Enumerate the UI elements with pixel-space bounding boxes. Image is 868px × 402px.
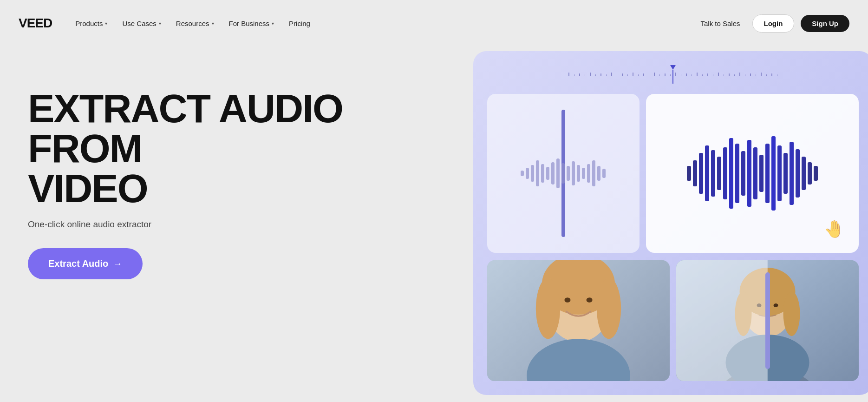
svg-point-5 — [536, 278, 560, 339]
hero-text: EXTRACT AUDIO FROM VIDEO One-click onlin… — [28, 60, 344, 279]
timeline-tick — [590, 72, 591, 76]
timeline-tick — [665, 73, 666, 76]
timeline-tick — [579, 73, 580, 76]
waveform-bar — [572, 161, 575, 185]
waveform-bar — [705, 145, 709, 201]
timeline-tick — [574, 74, 575, 76]
playhead-line — [672, 70, 673, 84]
timeline-tick — [585, 74, 586, 76]
timeline-tick — [729, 73, 730, 76]
svg-point-6 — [597, 278, 621, 339]
svg-point-19 — [774, 303, 778, 307]
waveform-bar — [753, 147, 757, 199]
signup-button[interactable]: Sign Up — [801, 15, 849, 32]
svg-point-9 — [587, 297, 593, 302]
waveform-bar — [699, 153, 703, 194]
playhead-marker — [670, 65, 676, 70]
nav-products[interactable]: Products ▾ — [69, 16, 114, 31]
timeline-tick — [777, 74, 778, 76]
waveform-bar — [747, 140, 751, 207]
waveform-panels: 🤚 — [487, 94, 859, 253]
waveform-right — [678, 136, 827, 211]
timeline-tick — [633, 72, 633, 76]
waveform-bar — [711, 150, 715, 197]
talk-to-sales-link[interactable]: Talk to Sales — [695, 16, 745, 31]
svg-point-16 — [783, 291, 800, 336]
svg-point-8 — [564, 297, 570, 302]
hero-subtitle: One-click online audio extractor — [28, 219, 344, 230]
nav-left: VEED Products ▾ Use Cases ▾ Resources ▾ … — [19, 16, 317, 31]
waveform-bar — [723, 147, 727, 199]
video-thumb-1 — [487, 260, 670, 381]
waveform-bar — [556, 158, 560, 188]
waveform-bar — [687, 166, 691, 181]
extract-audio-button[interactable]: Extract Audio → — [28, 248, 143, 279]
nav-right: Talk to Sales Login Sign Up — [695, 14, 849, 33]
waveform-bar — [814, 166, 818, 181]
waveform-bar — [783, 153, 788, 194]
waveform-bar — [735, 144, 739, 203]
chevron-down-icon: ▾ — [159, 21, 161, 26]
timeline-tick — [734, 74, 735, 76]
timeline-tick — [713, 74, 714, 76]
chevron-down-icon: ▾ — [272, 21, 274, 26]
waveform-bar — [546, 167, 549, 180]
timeline-tick — [654, 72, 655, 76]
timeline-tick — [611, 72, 612, 76]
person-illustration-1 — [487, 260, 670, 381]
playhead — [670, 65, 676, 84]
timeline-tick — [627, 74, 628, 76]
waveform-bar — [536, 160, 539, 186]
timeline-tick — [750, 73, 751, 76]
waveform-bar — [582, 168, 585, 179]
waveform-bar — [592, 160, 595, 186]
video-divider-bar — [765, 272, 770, 369]
navigation: VEED Products ▾ Use Cases ▾ Resources ▾ … — [0, 0, 868, 46]
waveform-bar — [741, 151, 745, 196]
nav-for-business[interactable]: For Business ▾ — [222, 16, 281, 31]
timeline-tick — [702, 74, 703, 76]
nav-pricing[interactable]: Pricing — [282, 16, 317, 31]
timeline-tick — [756, 74, 757, 76]
timeline-tick — [681, 74, 682, 76]
nav-use-cases[interactable]: Use Cases ▾ — [116, 16, 167, 31]
waveform-bar — [577, 165, 580, 182]
waveform-bar — [551, 162, 555, 185]
nav-links: Products ▾ Use Cases ▾ Resources ▾ For B… — [69, 16, 317, 31]
timeline-tick — [568, 72, 569, 76]
waveform-bar — [765, 144, 770, 203]
waveform-bar — [808, 162, 812, 185]
timeline-tick — [771, 73, 772, 76]
timeline-tick — [724, 74, 724, 76]
video-thumb-2 — [676, 260, 859, 381]
hero-illustration: 🤚 — [473, 51, 868, 395]
hero-title: EXTRACT AUDIO FROM VIDEO — [28, 88, 344, 208]
waveform-bar — [729, 138, 733, 209]
hero-section: EXTRACT AUDIO FROM VIDEO One-click onlin… — [0, 46, 868, 402]
waveform-bar — [521, 171, 524, 176]
timeline-tick — [649, 74, 650, 76]
waveform-bar — [526, 168, 529, 179]
waveform-bar — [693, 160, 697, 186]
waveform-panel-right: 🤚 — [646, 94, 859, 253]
waveform-bar — [541, 164, 544, 183]
timeline-tick — [622, 73, 623, 76]
waveform-bar — [567, 166, 570, 181]
waveform-bar — [771, 136, 776, 211]
waveform-bar — [602, 169, 606, 178]
timeline-tick — [600, 73, 601, 76]
timeline — [487, 65, 859, 84]
timeline-tick — [718, 72, 719, 76]
waveform-bar — [777, 145, 782, 201]
timeline-tick — [745, 74, 746, 76]
nav-resources[interactable]: Resources ▾ — [170, 16, 221, 31]
login-button[interactable]: Login — [752, 14, 795, 33]
waveform-bar — [717, 157, 721, 190]
waveform-bar — [802, 157, 806, 190]
timeline-tick — [739, 72, 740, 76]
chevron-down-icon: ▾ — [212, 21, 214, 26]
logo[interactable]: VEED — [19, 16, 52, 31]
timeline-tick — [617, 74, 618, 76]
panel-overlay — [676, 260, 768, 381]
waveform-bar — [561, 163, 565, 184]
